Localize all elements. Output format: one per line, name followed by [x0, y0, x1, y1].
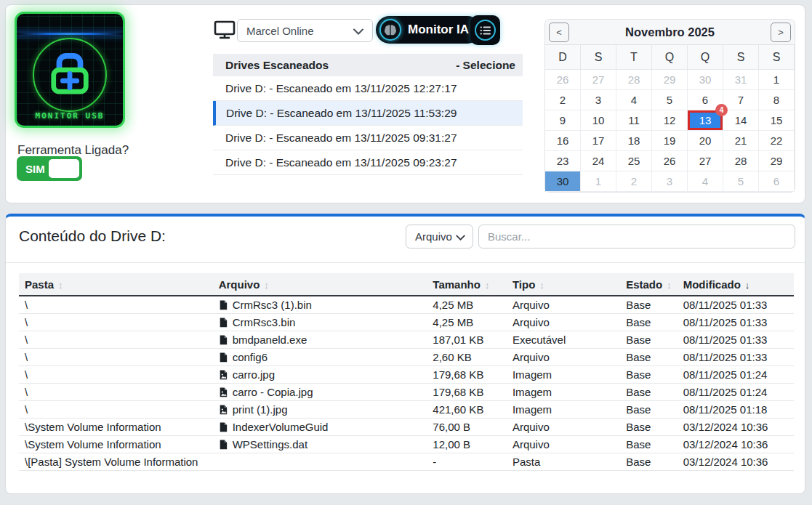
calendar-day[interactable]: 30: [688, 70, 723, 90]
cell-modificado: 08/11/2025 01:33: [678, 313, 794, 331]
file-name: IndexerVolumeGuid: [233, 421, 329, 433]
drive-item[interactable]: Drive D: - Escaneado em 13/11/2025 09:31…: [213, 126, 523, 150]
drives-selecione-label[interactable]: - Selecione: [456, 59, 515, 72]
calendar-day[interactable]: 3: [652, 171, 688, 192]
calendar-day[interactable]: 25: [616, 151, 652, 171]
calendar-day[interactable]: 10: [581, 110, 616, 131]
calendar-day[interactable]: 2: [616, 171, 652, 192]
calendar-day[interactable]: 29: [652, 70, 688, 90]
table-row[interactable]: \CrmRsc3.bin4,25 MBArquivoBase08/11/2025…: [19, 313, 794, 331]
column-header-tipo[interactable]: Tipo↕: [507, 273, 620, 296]
calendar-day[interactable]: 31: [723, 70, 759, 90]
calendar-day[interactable]: 16: [545, 131, 581, 151]
cell-pasta: \: [19, 331, 213, 348]
calendar-day[interactable]: 8: [759, 90, 795, 110]
calendar-day[interactable]: 29: [759, 151, 795, 171]
calendar-title: Novembro 2025: [625, 25, 715, 39]
file-name: print (1).jpg: [233, 403, 288, 416]
calendar-day[interactable]: 28: [616, 70, 652, 90]
cell-arquivo: CrmRsc3 (1).bin: [213, 296, 427, 313]
drive-item[interactable]: Drive D: - Escaneado em 13/11/2025 09:23…: [213, 150, 523, 175]
tool-enabled-toggle[interactable]: SIM: [17, 156, 82, 181]
calendar-day[interactable]: 7: [723, 90, 759, 110]
file-table: Pasta↕Arquivo↕Tamanho↕Tipo↕Estado↕Modifi…: [19, 273, 794, 471]
scanned-drives-panel: Drives Escaneados - Selecione Drive D: -…: [213, 54, 523, 175]
scan-line-decoration: [17, 33, 123, 35]
cell-tamanho: 76,00 B: [427, 418, 507, 435]
table-row[interactable]: \carro - Copia.jpg179,68 KBImagemBase08/…: [19, 383, 794, 400]
calendar-day[interactable]: 26: [652, 151, 688, 171]
calendar-day[interactable]: 5: [723, 171, 759, 192]
calendar-day[interactable]: 12: [652, 110, 688, 131]
calendar-day[interactable]: 23: [545, 151, 581, 171]
table-row[interactable]: \[Pasta] System Volume Information-Pasta…: [19, 453, 794, 470]
file-icon: [219, 421, 228, 432]
table-row[interactable]: \CrmRsc3 (1).bin4,25 MBArquivoBase08/11/…: [19, 296, 794, 313]
table-row[interactable]: \print (1).jpg421,60 KBImagemBase08/11/2…: [19, 400, 794, 418]
cell-estado: Base: [620, 453, 678, 470]
toggle-knob[interactable]: [49, 159, 79, 178]
calendar-day[interactable]: 26: [545, 70, 581, 90]
column-header-tamanho[interactable]: Tamanho↕: [427, 273, 507, 296]
calendar-day[interactable]: 4: [688, 171, 723, 192]
table-row[interactable]: \System Volume InformationWPSettings.dat…: [19, 435, 794, 453]
calendar-day[interactable]: 11: [616, 110, 652, 131]
calendar-day[interactable]: 27: [581, 70, 616, 90]
calendar-day[interactable]: 134: [688, 110, 723, 131]
calendar-day[interactable]: 21: [723, 131, 759, 151]
search-input[interactable]: [478, 225, 795, 249]
calendar-header: < Novembro 2025 >: [545, 20, 795, 45]
table-row[interactable]: \bmdpaneld.exe187,01 KBExecutávelBase08/…: [19, 331, 794, 348]
chevron-down-icon: [353, 25, 363, 37]
column-header-arquivo[interactable]: Arquivo↕: [213, 273, 427, 296]
calendar-day[interactable]: 27: [688, 151, 723, 171]
cell-tipo: Arquivo: [507, 296, 620, 313]
calendar-next-button[interactable]: >: [771, 23, 791, 42]
calendar-day[interactable]: 30: [545, 171, 581, 192]
calendar-day[interactable]: 2: [545, 90, 581, 110]
brain-icon: [379, 19, 401, 41]
calendar-day[interactable]: 28: [723, 151, 759, 171]
calendar-day[interactable]: 4: [616, 90, 652, 110]
calendar-weekday: S: [581, 45, 616, 70]
calendar-day[interactable]: 24: [581, 151, 616, 171]
list-view-button[interactable]: [470, 15, 500, 45]
drives-header-title: Drives Escaneados: [225, 59, 329, 72]
column-header-estado[interactable]: Estado↕: [620, 273, 678, 296]
monitor-ia-button[interactable]: Monitor IA: [376, 16, 481, 44]
table-row[interactable]: \carro.jpg179,68 KBImagemBase08/11/2025 …: [19, 365, 794, 383]
file-table-header-row: Pasta↕Arquivo↕Tamanho↕Tipo↕Estado↕Modifi…: [19, 273, 794, 296]
cell-tipo: Imagem: [507, 383, 620, 400]
column-header-modificado[interactable]: Modificado↓: [678, 273, 794, 296]
cell-tipo: Imagem: [507, 365, 620, 383]
cell-modificado: 03/12/2024 10:36: [678, 435, 794, 453]
calendar-day[interactable]: 1: [759, 70, 795, 90]
calendar-day[interactable]: 15: [759, 110, 795, 131]
calendar-day[interactable]: 3: [581, 90, 616, 110]
table-row[interactable]: \config62,60 KBArquivoBase08/11/2025 01:…: [19, 348, 794, 365]
calendar-day[interactable]: 14: [723, 110, 759, 131]
column-header-pasta[interactable]: Pasta↕: [19, 273, 213, 296]
calendar-day[interactable]: 18: [616, 131, 652, 151]
table-row[interactable]: \System Volume InformationIndexerVolumeG…: [19, 418, 794, 435]
calendar-day[interactable]: 9: [545, 110, 581, 131]
monitor-ia-label: Monitor IA: [408, 23, 469, 37]
column-label: Modificado: [683, 278, 741, 291]
calendar-prev-button[interactable]: <: [549, 23, 569, 42]
user-status-select[interactable]: Marcel Online: [237, 19, 373, 42]
cell-tamanho: 4,25 MB: [427, 313, 507, 331]
calendar-day[interactable]: 20: [688, 131, 723, 151]
calendar-day[interactable]: 22: [759, 131, 795, 151]
file-icon: [219, 334, 228, 345]
cell-estado: Base: [620, 435, 678, 453]
calendar-weekday: S: [723, 45, 759, 70]
filter-select[interactable]: Arquivo: [406, 225, 473, 249]
drive-item[interactable]: Drive D: - Escaneado em 13/11/2025 11:53…: [213, 101, 523, 126]
calendar-day[interactable]: 6: [759, 171, 795, 192]
calendar-day[interactable]: 19: [652, 131, 688, 151]
calendar-day[interactable]: 1: [581, 171, 616, 192]
drive-item[interactable]: Drive D: - Escaneado em 13/11/2025 12:27…: [213, 76, 523, 101]
calendar-day[interactable]: 17: [581, 131, 616, 151]
calendar-day[interactable]: 5: [652, 90, 688, 110]
cell-pasta: \System Volume Information: [19, 435, 213, 453]
